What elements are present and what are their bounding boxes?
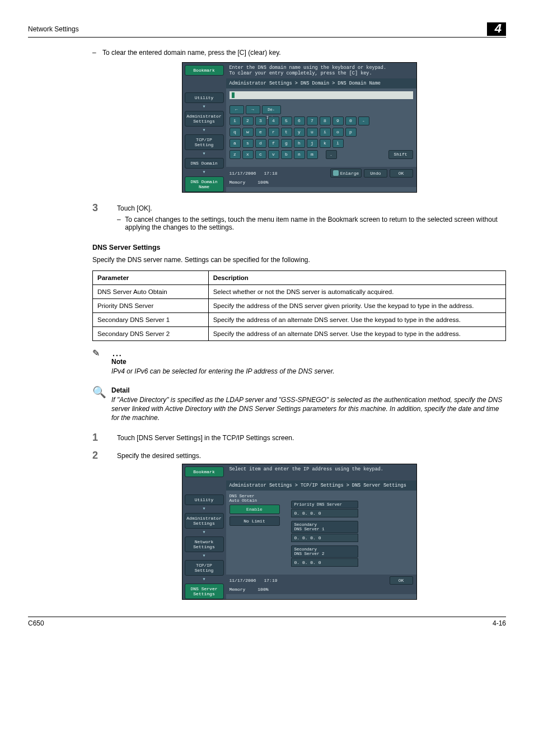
priority-dns-label[interactable]: Priority DNS Server [291,501,358,508]
detail-text: If "Active Directory" is specified as th… [111,395,506,423]
delete-button[interactable]: De- lete [262,105,281,114]
running-header-title: Network Settings [28,25,79,33]
key-y[interactable]: y [294,128,305,137]
screen2-instruction: Select item and enter the IP address usi… [229,466,413,472]
key-t[interactable]: t [281,128,292,137]
key-3[interactable]: 3 [255,116,266,125]
key-j[interactable]: j [307,139,318,148]
side-arrow-icon: ▾ [185,554,224,558]
screen2-breadcrumb: Administrator Settings > TCP/IP Settings… [226,480,416,491]
sidebar-dns-server-settings[interactable]: DNS Server Settings [185,584,224,599]
note-icon: ✎ [92,348,100,358]
key-4[interactable]: 4 [268,116,279,125]
foot-date: 11/17/2006 [229,578,256,583]
key-6[interactable]: 6 [294,116,305,125]
sidebar-tcpip[interactable]: TCP/IP Setting [185,134,224,150]
bullet-dash: – [117,216,125,231]
bookmark-button[interactable]: Bookmark [185,466,224,477]
key-o[interactable]: o [332,128,344,137]
secondary-dns1-label[interactable]: Secondary DNS Server 1 [291,521,358,533]
key-7[interactable]: 7 [307,116,318,125]
sidebar-network-settings[interactable]: Network Settings [185,536,224,552]
key-z[interactable]: z [229,150,241,159]
step-2b-text: Specify the desired settings. [117,452,506,460]
side-arrow-icon: ▾ [185,530,224,535]
screen1-breadcrumb: Administrator Settings > DNS Domain > DN… [226,78,416,88]
key-g[interactable]: g [281,139,292,148]
step-2b-number: 2 [92,450,117,460]
key-1[interactable]: 1 [229,116,241,125]
key-n[interactable]: n [294,150,305,159]
key-b[interactable]: b [281,150,292,159]
sidebar-utility[interactable]: Utility [185,494,224,505]
sidebar-dns-domain-name[interactable]: DNS Domain Name [185,176,224,192]
key-9[interactable]: 9 [332,116,344,125]
key-c[interactable]: c [255,150,266,159]
key-a[interactable]: a [229,139,241,148]
auto-obtain-label: DNS Server Auto Obtain [229,494,284,503]
key-p[interactable]: p [345,128,357,137]
key-f[interactable]: f [268,139,279,148]
secondary-dns2-value: 0. 0. 0. 0 [291,558,358,567]
side-arrow-icon: ▾ [185,507,224,511]
cursor-left-button[interactable]: ← [229,105,244,114]
foot-time: 17:18 [264,171,278,176]
foot-date: 11/17/2006 [229,171,256,176]
key-v[interactable]: v [268,150,279,159]
key-r[interactable]: r [268,128,279,137]
key-8[interactable]: 8 [320,116,331,125]
key-m[interactable]: m [307,150,318,159]
bookmark-button[interactable]: Bookmark [185,65,224,76]
note-text: IPv4 or IPv6 can be selected for enterin… [111,367,506,376]
sidebar-admin-settings[interactable]: Administrator Settings [185,513,224,529]
screen1-instruction-1: Enter the DNS domain name using the keyb… [229,65,413,71]
table-row: Priority DNS Server Specify the address … [93,299,506,313]
domain-name-input[interactable] [229,91,413,99]
step-1b-number: 1 [92,432,117,442]
key-u[interactable]: u [307,128,318,137]
table-row: Secondary DNS Server 1 Specify the addre… [93,313,506,327]
enlarge-button[interactable]: Enlarge [330,169,362,178]
ok-button[interactable]: OK [390,169,413,178]
note-title: Note [111,358,506,366]
key-dash[interactable]: - [358,116,369,125]
parameters-table: Parameter Description DNS Server Auto Ob… [92,270,506,341]
undo-button[interactable]: Undo [364,169,387,178]
no-limit-button[interactable]: No Limit [229,516,280,526]
chapter-number-badge: 4 [487,22,506,36]
key-q[interactable]: q [229,128,241,137]
key-5[interactable]: 5 [281,116,292,125]
secondary-dns2-label[interactable]: Secondary DNS Server 2 [291,545,358,558]
key-s[interactable]: s [242,139,254,148]
key-shift[interactable]: Shift [388,150,413,159]
key-e[interactable]: e [255,128,266,137]
cursor-right-button[interactable]: → [246,105,260,114]
side-arrow-icon: ▾ [185,152,224,156]
step-3-text: Touch [OK]. [117,204,506,212]
sidebar-admin-settings[interactable]: Administrator Settings [185,111,224,127]
table-row: DNS Server Auto Obtain Select whether or… [93,285,506,299]
sidebar-dns-domain[interactable]: DNS Domain [185,158,224,169]
table-row: Secondary DNS Server 2 Specify the addre… [93,327,506,341]
key-i[interactable]: i [320,128,331,137]
bullet-dash: – [92,49,102,57]
enable-button[interactable]: Enable [229,505,280,514]
key-d[interactable]: d [255,139,266,148]
dns-server-settings-screen: Bookmark Select item and enter the IP ad… [182,464,417,599]
key-space[interactable]: . [326,150,337,159]
footer-model: C650 [28,619,44,627]
key-k[interactable]: k [320,139,331,148]
key-0[interactable]: 0 [345,116,357,125]
step-1b-text: Touch [DNS Server Settings] in the TCP/I… [117,434,506,442]
key-l[interactable]: l [332,139,344,148]
th-description: Description [208,271,505,285]
sidebar-tcpip[interactable]: TCP/IP Setting [185,560,224,576]
key-x[interactable]: x [242,150,254,159]
sidebar-utility[interactable]: Utility [185,92,224,103]
footer-page: 4-16 [493,619,506,627]
key-w[interactable]: w [242,128,254,137]
ok-button[interactable]: OK [390,576,413,585]
key-h[interactable]: h [294,139,305,148]
key-2[interactable]: 2 [242,116,254,125]
side-arrow-icon: ▾ [185,128,224,133]
